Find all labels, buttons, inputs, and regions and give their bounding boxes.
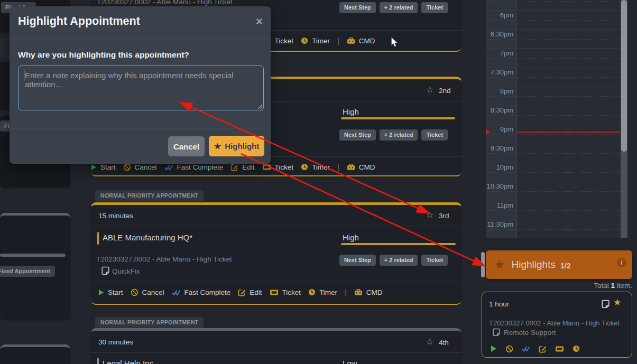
current-time-marker [486, 129, 490, 135]
duration-label: 1 hour [489, 300, 509, 308]
next-step-badge[interactable]: Next Step [339, 2, 376, 13]
rank-star-icon[interactable]: ☆ [426, 211, 433, 219]
timer-action[interactable]: Timer [308, 288, 337, 296]
ticket-badge[interactable]: Ticket [421, 129, 448, 141]
toolbox-icon [347, 163, 355, 171]
half-slot-line [486, 134, 621, 135]
time-label: 8:30pm [486, 106, 513, 114]
start-action[interactable]: Start [91, 163, 116, 171]
rank-label: 4th [439, 339, 449, 347]
ticket-badge[interactable]: Ticket [421, 2, 448, 13]
related-badge[interactable]: + 2 related [380, 129, 418, 141]
highlights-count: 1/2 [560, 262, 570, 270]
time-label: 6pm [486, 11, 513, 19]
ticket-badge[interactable]: Ticket [421, 255, 448, 266]
rank-star-icon[interactable]: ☆ [426, 338, 433, 346]
note-icon [493, 328, 500, 337]
next-step-badge[interactable]: Next Step [339, 129, 376, 141]
timer-action[interactable]: Timer [301, 163, 330, 171]
section-bar [0, 254, 66, 257]
note-icon [602, 300, 610, 309]
highlights-panel-header[interactable]: ★ Highlights 1/2 i [486, 250, 632, 279]
double-check-icon [164, 164, 173, 171]
cancel-action[interactable]: Cancel [131, 288, 164, 296]
ticket-action[interactable]: Ticket [262, 163, 294, 171]
divider [91, 352, 461, 353]
modal-question: Why are you highlighting this appointmen… [18, 50, 189, 60]
edit-icon[interactable] [539, 345, 547, 353]
half-slot-line [486, 39, 621, 40]
rank-label: 2nd [439, 87, 451, 95]
clock-icon [308, 288, 316, 296]
edit-action[interactable]: Edit [238, 288, 262, 296]
cancel-action[interactable]: Cancel [123, 163, 157, 171]
badge-row: Next Step + 2 related Ticket [339, 129, 448, 141]
calendar-scrollbar-thumb[interactable] [621, 0, 627, 152]
edit-action[interactable]: Edit [230, 163, 254, 171]
fast-complete-action[interactable]: Fast Complete [172, 288, 231, 296]
ticket-icon[interactable] [555, 346, 564, 352]
time-label: 9:30pm [486, 144, 513, 152]
priority-value: High [343, 233, 359, 242]
toolbox-icon [354, 288, 363, 296]
close-icon[interactable]: × [256, 15, 263, 29]
badge-row: Next Step + 2 related Ticket [339, 2, 448, 13]
double-check-icon[interactable] [522, 346, 530, 352]
ticket-reference: T20230327.0002 - Able Manu - High Ticket [96, 255, 232, 263]
highlights-title: Highlights [512, 259, 556, 270]
cmd-action[interactable]: CMD [347, 37, 375, 45]
half-slot-line [486, 96, 621, 97]
half-slot-line [486, 1, 621, 2]
half-slot-line [486, 58, 621, 59]
duration-label: 15 minutes [98, 212, 133, 220]
client-accent-bar [97, 232, 99, 245]
action-divider: | [337, 163, 339, 171]
double-check-icon [172, 289, 181, 296]
rank-star-icon[interactable]: ☆ [426, 86, 433, 94]
clock-icon [301, 37, 308, 44]
timer-action[interactable]: Timer [301, 37, 330, 45]
highlight-card-action-bar [491, 342, 580, 355]
priority-underline [341, 117, 455, 119]
highlight-button[interactable]: ★ Highlight [209, 136, 264, 156]
client-name: ABLE Manufacturing HQ* [103, 233, 192, 242]
ticket-action[interactable]: Ticket [270, 288, 301, 296]
half-slot-line [486, 20, 621, 21]
ticket-icon [262, 164, 271, 171]
time-label: 7pm [486, 49, 513, 57]
related-badge[interactable]: + 2 related [380, 2, 418, 13]
cmd-action[interactable]: CMD [347, 163, 375, 171]
fixed-appointment-badge: Fixed Appointment [0, 266, 55, 277]
highlights-scrollbar-thumb[interactable] [481, 252, 485, 277]
next-step-badge[interactable]: Next Step [339, 255, 376, 266]
priority-appointment-label: NORMAL PRIORITY APPOINTMENT [95, 190, 204, 201]
time-label: 11:30pm [486, 220, 513, 228]
cmd-action[interactable]: CMD [354, 288, 383, 296]
start-action[interactable]: Start [98, 288, 123, 296]
time-label: 7:30pm [486, 68, 513, 76]
cancel-button[interactable]: Cancel [168, 136, 205, 156]
ticket-reference: T20230327.0002 - Able Manu - High Ticket [97, 0, 233, 6]
resize-handle[interactable] [257, 104, 263, 109]
client-accent-bar [97, 358, 99, 364]
play-icon[interactable] [491, 345, 497, 352]
priority-value: Low [343, 359, 357, 364]
rank-label: 3rd [439, 212, 449, 220]
duration-label: 30 minutes [98, 338, 133, 346]
modal-title: Highlight Appointment [18, 15, 140, 28]
fast-complete-action[interactable]: Fast Complete [164, 163, 224, 171]
related-badge[interactable]: + 2 related [380, 255, 418, 266]
clock-icon [301, 163, 308, 171]
info-icon[interactable]: i [617, 258, 626, 267]
action-divider: | [345, 288, 347, 296]
half-slot-line [486, 172, 621, 173]
highlight-note-input[interactable] [18, 66, 264, 110]
action-divider: | [337, 36, 339, 45]
ban-icon[interactable] [505, 345, 513, 353]
appointment-type: QuickFix [112, 267, 140, 275]
calendar-grid[interactable] [516, 0, 621, 238]
half-slot-line [486, 115, 621, 116]
background-card [0, 344, 70, 364]
highlight-star-icon[interactable]: ★ [613, 298, 621, 307]
clock-icon[interactable] [573, 345, 580, 352]
